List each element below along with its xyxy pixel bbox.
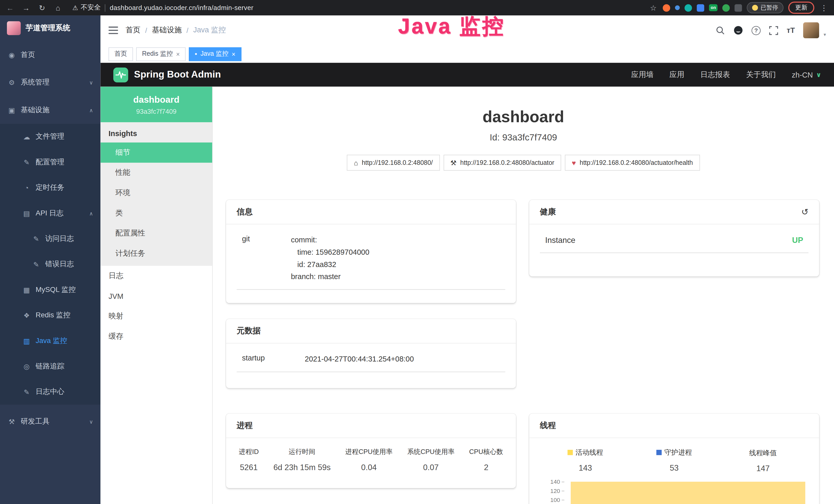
sba-link-journal[interactable]: 日志报表: [700, 70, 730, 79]
breadcrumb-infrastructure[interactable]: 基础设施: [152, 25, 182, 35]
sidebar-item-infrastructure[interactable]: ▣ 基础设施 ∧: [0, 96, 101, 124]
sidebar-item-dev-tools[interactable]: ⚒ 研发工具 ∨: [0, 408, 101, 435]
wrench-icon: ⚒: [450, 159, 456, 167]
doc-icon: ✎: [22, 388, 31, 396]
extension-icon[interactable]: [675, 5, 680, 10]
edit-icon: ✎: [22, 158, 31, 166]
reload-icon[interactable]: ↻: [37, 3, 47, 12]
sidebar-item-config-props[interactable]: 配置属性: [101, 223, 212, 244]
app-window: 芋道管理系统 ◉ 首页 ⚙ 系统管理 ∨ ▣ 基础设施 ∧ ☁: [0, 16, 834, 504]
locale-select[interactable]: zh-CN ∨: [792, 70, 821, 79]
sidebar-item-log-center[interactable]: ✎ 日志中心: [0, 379, 101, 404]
sba-link-wallboard[interactable]: 应用墙: [631, 70, 654, 79]
instance-id: 93a3fc7f7409: [105, 108, 208, 115]
sidebar-item-environment[interactable]: 环境: [101, 183, 212, 203]
service-url-link[interactable]: ⌂ http://192.168.0.2:48080/: [347, 155, 440, 171]
sba-link-about[interactable]: 关于我们: [746, 70, 776, 79]
caret-down-icon: ▾: [824, 32, 826, 38]
health-card-body: Instance UP: [529, 224, 819, 259]
active-dot-icon: ●: [195, 52, 197, 56]
metadata-card: 元数据 startup 2021-04-27T00:44:31.254+08:0…: [226, 319, 516, 388]
avatar[interactable]: [804, 22, 819, 38]
history-icon[interactable]: ↺: [802, 207, 809, 217]
tab-redis-monitor[interactable]: Redis 监控 ×: [136, 47, 186, 61]
breadcrumb-home[interactable]: 首页: [126, 25, 140, 35]
sba-link-applications[interactable]: 应用: [670, 70, 684, 79]
health-url-link[interactable]: ♥ http://192.168.0.2:48080/actuator/heal…: [565, 155, 700, 171]
sidebar-item-api-logs[interactable]: ▤ API 日志 ∧: [0, 201, 101, 226]
sidebar-item-performance[interactable]: 性能: [101, 163, 212, 183]
sidebar-item-jvm[interactable]: JVM: [101, 286, 212, 306]
sidebar-item-details[interactable]: 细节: [101, 142, 212, 163]
search-icon[interactable]: [716, 26, 725, 35]
extension-icon[interactable]: [685, 4, 692, 12]
sidebar-item-scheduled-tasks[interactable]: 计划任务: [101, 244, 212, 264]
help-icon[interactable]: ?: [751, 26, 761, 35]
sidebar-item-mysql-monitor[interactable]: ▦ MySQL 监控: [0, 277, 101, 302]
annotation-overlay: Java 监控: [367, 12, 537, 41]
process-col-system-cpu: 系统CPU使用率 0.07: [407, 448, 454, 472]
y-axis-tick: 120: [545, 487, 565, 494]
extension-on-badge[interactable]: on: [709, 4, 718, 11]
extensions-puzzle-icon[interactable]: [734, 4, 742, 12]
extension-icon[interactable]: [722, 4, 730, 12]
tab-java-monitor[interactable]: ● Java 监控 ×: [189, 47, 241, 61]
process-col-pid: 进程ID 5261: [239, 448, 259, 472]
hamburger-icon[interactable]: [108, 27, 118, 34]
instance-header[interactable]: dashboard 93a3fc7f7409: [101, 87, 212, 122]
sidebar-item-home[interactable]: ◉ 首页: [0, 41, 101, 69]
back-icon[interactable]: ←: [5, 3, 15, 12]
database-icon: ▦: [22, 286, 31, 294]
app-brand[interactable]: 芋道管理系统: [0, 16, 101, 41]
sba-body: dashboard 93a3fc7f7409 Insights 细节 性能 环境…: [101, 87, 834, 504]
process-col-process-cpu: 进程CPU使用率 0.04: [345, 448, 393, 472]
sidebar-item-error-logs[interactable]: ✎ 错误日志: [0, 251, 101, 277]
git-time-line: time: 1596289704000: [291, 246, 501, 258]
sidebar-item-config-mgmt[interactable]: ✎ 配置管理: [0, 150, 101, 175]
app-menu: ◉ 首页 ⚙ 系统管理 ∨ ▣ 基础设施 ∧ ☁ 文件管理: [0, 41, 101, 504]
font-size-icon[interactable]: тT: [787, 26, 795, 35]
tab-home[interactable]: 首页: [108, 47, 133, 61]
tab-close-icon[interactable]: ×: [232, 50, 236, 58]
bookmark-star-icon[interactable]: ☆: [649, 3, 658, 12]
security-warning[interactable]: ⚠ 不安全: [72, 3, 101, 12]
address-bar[interactable]: ⚠ 不安全 dashboard.yudao.iocoder.cn/infra/a…: [72, 3, 254, 12]
sidebar-item-logs[interactable]: 日志: [101, 266, 212, 286]
metadata-card-body: startup 2021-04-27T00:44:31.254+08:00: [226, 344, 516, 379]
fullscreen-icon[interactable]: [769, 26, 778, 35]
extension-icon[interactable]: [697, 4, 704, 12]
tab-close-icon[interactable]: ×: [176, 50, 180, 58]
page-title: dashboard: [213, 108, 834, 126]
process-card-title: 进程: [226, 414, 516, 438]
trace-icon: ◎: [22, 362, 31, 370]
process-col-uptime: 运行时间 6d 23h 15m 59s: [273, 448, 331, 472]
update-button[interactable]: 更新: [788, 2, 814, 14]
sidebar-item-java-monitor[interactable]: ▥ Java 监控: [0, 328, 101, 353]
sidebar-item-classes[interactable]: 类: [101, 203, 212, 223]
health-card: 健康 ↺ Instance UP: [529, 200, 819, 276]
actuator-url-link[interactable]: ⚒ http://192.168.0.2:48080/actuator: [443, 155, 561, 171]
sba-brand-title[interactable]: Spring Boot Admin: [134, 69, 221, 80]
sidebar-item-system-mgmt[interactable]: ⚙ 系统管理 ∨: [0, 69, 101, 96]
forward-icon[interactable]: →: [21, 3, 31, 12]
legend-peak-threads: 线程峰值 147: [719, 448, 808, 473]
sidebar-item-scheduled-jobs[interactable]: ◔ 定时任务: [0, 175, 101, 200]
warning-icon: ⚠: [72, 4, 78, 12]
sidebar-item-access-logs[interactable]: ✎ 访问日志: [0, 226, 101, 251]
sidebar-item-mappings[interactable]: 映射: [101, 306, 212, 327]
extension-icon[interactable]: [663, 4, 671, 12]
github-icon[interactable]: [733, 25, 743, 35]
insights-label: Insights: [101, 122, 212, 142]
paused-badge[interactable]: 已暂停: [747, 2, 784, 13]
live-threads-area: [571, 482, 805, 504]
git-id-line: id: 27aa832: [291, 258, 501, 271]
sidebar-item-caches[interactable]: 缓存: [101, 326, 212, 347]
sidebar-item-redis-monitor[interactable]: ❖ Redis 监控: [0, 302, 101, 328]
browser-home-icon[interactable]: ⌂: [53, 3, 63, 12]
doc-icon: ✎: [32, 235, 40, 243]
browser-menu-icon[interactable]: ⋮: [819, 3, 829, 12]
sidebar-item-tracing[interactable]: ◎ 链路追踪: [0, 353, 101, 379]
startup-value: 2021-04-27T00:44:31.254+08:00: [305, 353, 501, 365]
instance-links: ⌂ http://192.168.0.2:48080/ ⚒ http://192…: [213, 155, 834, 171]
sidebar-item-file-mgmt[interactable]: ☁ 文件管理: [0, 124, 101, 149]
